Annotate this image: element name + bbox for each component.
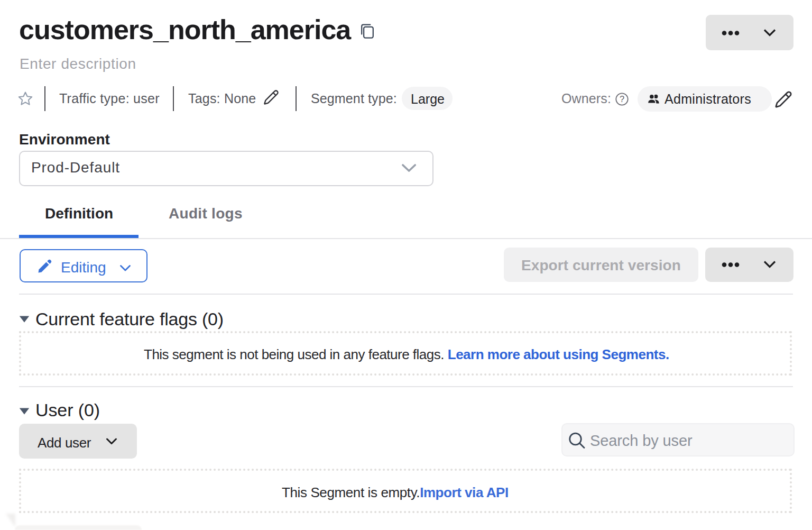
svg-text:?: ? [620, 94, 624, 104]
